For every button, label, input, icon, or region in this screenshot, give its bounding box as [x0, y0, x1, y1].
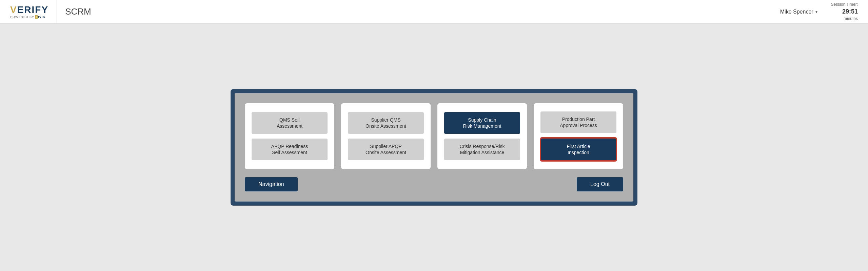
session-time-value: 29:51 [831, 7, 858, 16]
supplier-qms-onsite-button[interactable]: Supplier QMS Onsite Assessment [348, 112, 424, 134]
logo-verify: VERIFY POWERED BY i IVIS [10, 5, 48, 19]
verify-text: ERIFY [17, 4, 48, 15]
supplier-apqp-onsite-button[interactable]: Supplier APQP Onsite Assessment [348, 139, 424, 160]
navigation-button[interactable]: Navigation [245, 177, 298, 191]
card-onsite-assessment: Supplier QMS Onsite Assessment Supplier … [341, 103, 431, 169]
qms-self-assessment-button[interactable]: QMS Self Assessment [252, 112, 328, 134]
inner-container: QMS Self Assessment APQP Readiness Self … [235, 93, 633, 202]
crisis-response-button[interactable]: Crisis Response/Risk Mitigation Assistan… [444, 139, 520, 160]
header: VERIFY POWERED BY i IVIS SCRM Mike Spenc… [0, 0, 868, 24]
user-name: Mike Spencer [780, 9, 813, 15]
ivis-logo: i IVIS [35, 15, 45, 19]
user-menu[interactable]: Mike Spencer ▾ [780, 9, 817, 15]
apqp-readiness-button[interactable]: APQP Readiness Self Assessment [252, 139, 328, 160]
outer-container: QMS Self Assessment APQP Readiness Self … [231, 89, 637, 206]
powered-by: POWERED BY i IVIS [10, 15, 45, 19]
session-label-line2: Timer: [846, 2, 858, 7]
verify-wordmark: VERIFY [10, 5, 48, 15]
app-title: SCRM [65, 6, 91, 17]
header-left: VERIFY POWERED BY i IVIS SCRM [10, 0, 91, 24]
bottom-row: Navigation Log Out [245, 177, 623, 191]
cards-row: QMS Self Assessment APQP Readiness Self … [245, 103, 623, 169]
first-article-inspection-button[interactable]: First Article Inspection [540, 138, 616, 161]
header-right: Mike Spencer ▾ Session Timer: 29:51 minu… [780, 2, 858, 22]
supply-chain-risk-button[interactable]: Supply Chain Risk Management [444, 112, 520, 134]
logout-button[interactable]: Log Out [577, 177, 623, 191]
card-ppap-fai: Production Part Approval Process First A… [534, 103, 623, 169]
logo-area: VERIFY POWERED BY i IVIS [10, 0, 57, 24]
chevron-down-icon: ▾ [815, 9, 817, 14]
card-supply-chain: Supply Chain Risk Management Crisis Resp… [437, 103, 527, 169]
ppap-button[interactable]: Production Part Approval Process [540, 111, 616, 133]
session-label-line1: Session [831, 2, 846, 7]
powered-by-text: POWERED BY [10, 15, 34, 19]
main-content: QMS Self Assessment APQP Readiness Self … [0, 24, 868, 271]
session-timer: Session Timer: 29:51 minutes [831, 2, 858, 22]
session-minutes-label: minutes [844, 16, 858, 21]
ivis-icon: i [35, 15, 38, 19]
ivis-text: IVIS [38, 15, 45, 19]
card-self-assessment: QMS Self Assessment APQP Readiness Self … [245, 103, 334, 169]
